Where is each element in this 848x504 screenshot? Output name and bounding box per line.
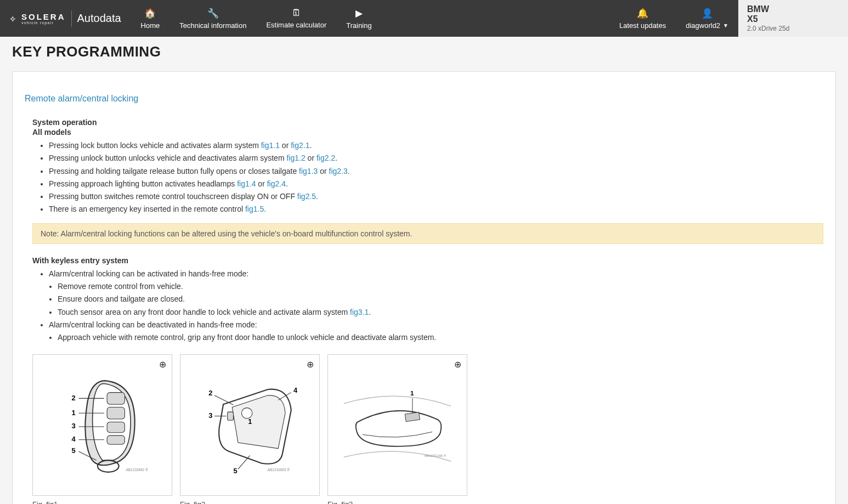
list-item: Touch sensor area on any front door hand… [58,307,823,318]
svg-text:1: 1 [248,417,252,425]
svg-text:5: 5 [233,467,237,475]
svg-text:3: 3 [72,422,76,430]
svg-text:AB1210842 ®: AB1210842 ® [126,467,148,471]
figure-1: ⊕ 2 1 3 4 5 AB1210842 ® [32,354,172,504]
section-heading-link[interactable]: Remote alarm/central locking [25,94,138,103]
figure-2-frame[interactable]: ⊕ 2 3 4 1 5 AB1210003 ® [180,354,320,496]
list-item: Pressing and holding tailgate release bu… [49,166,823,177]
vehicle-trim: 2.0 xDrive 25d [747,25,839,32]
key-fob-diagram-icon: 2 1 3 4 5 AB1210842 ® [43,365,161,485]
list-item: Remove remote control from vehicle. [58,281,823,292]
autodata-logo: Autodata [77,12,121,25]
keyless-activate-sublist: Remove remote control from vehicle. Ensu… [58,281,823,318]
svg-rect-1 [107,407,125,419]
figref[interactable]: fig1.2 [286,154,305,162]
list-item: Alarm/central locking can be activated i… [49,268,823,318]
figref[interactable]: fig1.4 [237,179,256,188]
brand-block: ⟡ SOLERA vehicle repair Autodata [0,0,131,37]
nav-estimate-calculator[interactable]: 🗓 Estimate calculator [256,0,336,37]
keyless-heading: With keyless entry system [25,256,823,265]
nav-train-label: Training [346,21,371,30]
figref[interactable]: fig2.2 [316,154,335,162]
zoom-in-icon[interactable]: ⊕ [454,359,461,370]
nav-spacer [382,0,609,37]
solera-glyph-icon: ⟡ [10,14,16,24]
svg-text:1: 1 [410,389,414,397]
system-operation-list: Pressing lock button locks vehicle and a… [49,140,823,215]
svg-text:4: 4 [72,435,76,443]
figure-3-caption: Fig. fig3 [327,500,467,504]
wrench-icon: 🔧 [207,8,219,19]
nav-est-label: Estimate calculator [266,21,326,29]
display-key-diagram-icon: 2 3 4 1 5 AB1210003 ® [191,365,309,485]
zoom-in-icon[interactable]: ⊕ [307,359,314,370]
figures-row: ⊕ 2 1 3 4 5 AB1210842 ® [25,354,823,504]
list-item: Approach vehicle with remote control, gr… [58,332,823,343]
figref[interactable]: fig2.3 [329,167,348,175]
keyless-list: Alarm/central locking can be activated i… [49,268,823,343]
list-item: Pressing approach lighting button activa… [49,178,823,189]
play-icon: ▶ [355,8,363,19]
svg-text:2: 2 [208,389,212,397]
list-item: Pressing unlock button unlocks vehicle a… [49,152,823,163]
figure-2: ⊕ 2 3 4 1 5 AB1210003 ® Fig. fig2 [180,354,320,504]
figref[interactable]: fig2.4 [267,179,286,188]
vehicle-make: BMW [747,4,839,14]
door-handle-diagram-icon: 1 AB12371165 ® [338,365,456,485]
figref[interactable]: fig3.1 [350,308,369,316]
figref[interactable]: fig1.1 [261,141,280,150]
figref[interactable]: fig1.5 [245,205,264,213]
zoom-in-icon[interactable]: ⊕ [159,359,166,370]
nav-latest-updates[interactable]: 🔔 Latest updates [609,0,676,37]
svg-line-18 [214,395,233,405]
keyless-deactivate-sublist: Approach vehicle with remote control, gr… [58,332,823,343]
svg-rect-2 [107,422,125,432]
right-nav: 🔔 Latest updates 👤 diagworld2 ▼ [609,0,738,37]
list-item: Pressing button switches remote control … [49,191,823,202]
bell-icon: 🔔 [637,8,648,19]
brand-divider [71,10,72,27]
main-nav: 🏠 Home 🔧 Technical information 🗓 Estimat… [131,0,382,37]
list-item: Alarm/central locking can be deactivated… [49,319,823,343]
nav-user-menu[interactable]: 👤 diagworld2 ▼ [676,0,738,37]
all-models-heading: All models [25,128,823,137]
list-item: There is an emergency key inserted in th… [49,203,823,214]
svg-text:4: 4 [293,386,298,394]
nav-user-label: diagworld2 [686,21,720,30]
figure-1-frame[interactable]: ⊕ 2 1 3 4 5 AB1210842 ® [32,354,172,496]
svg-text:1: 1 [72,408,76,416]
calculator-icon: 🗓 [292,8,301,19]
nav-training[interactable]: ▶ Training [336,0,381,37]
svg-text:5: 5 [72,446,76,455]
user-icon: 👤 [702,8,713,19]
svg-rect-17 [228,412,234,420]
page-title: KEY PROGRAMMING [12,43,836,60]
figref[interactable]: fig1.3 [299,167,318,175]
solera-logo: SOLERA vehicle repair [21,12,66,25]
home-icon: 🏠 [144,8,156,19]
list-item: Pressing lock button locks vehicle and a… [49,140,823,151]
chevron-down-icon: ▼ [723,22,728,29]
figure-3-frame[interactable]: ⊕ 1 AB12371165 ® [327,354,467,496]
topbar: ⟡ SOLERA vehicle repair Autodata 🏠 Home … [0,0,848,37]
svg-rect-28 [405,412,420,421]
content-card: Remote alarm/central locking System oper… [12,71,836,504]
svg-text:3: 3 [208,411,212,420]
svg-text:AB12371165 ®: AB12371165 ® [424,454,446,457]
svg-text:2: 2 [72,393,76,401]
list-item: Ensure doors and tailgate are closed. [58,293,823,304]
vehicle-panel[interactable]: BMW X5 2.0 xDrive 25d [738,0,848,37]
nav-home[interactable]: 🏠 Home [131,0,170,37]
svg-text:AB1210003 ®: AB1210003 ® [268,467,290,471]
figref[interactable]: fig2.1 [291,141,309,150]
figref[interactable]: fig2.5 [297,192,316,201]
svg-rect-0 [107,392,125,404]
nav-technical-information[interactable]: 🔧 Technical information [169,0,256,37]
note-box: Note: Alarm/central locking functions ca… [32,223,823,244]
nav-home-label: Home [141,21,160,30]
nav-latest-label: Latest updates [619,21,666,30]
svg-line-25 [238,455,250,469]
page-body: KEY PROGRAMMING Remote alarm/central loc… [0,43,848,504]
nav-tech-label: Technical information [179,21,246,30]
figure-1-caption: Fig. fig1 [32,500,172,504]
